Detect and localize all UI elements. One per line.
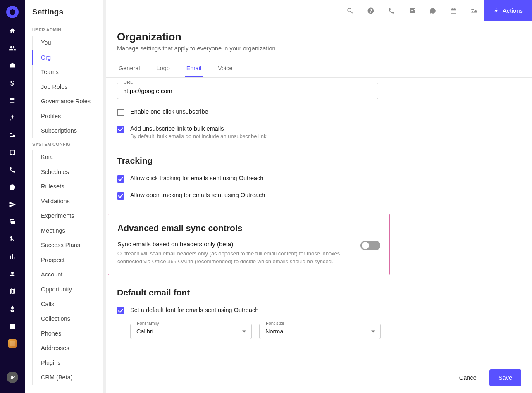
tracking-title: Tracking — [117, 156, 406, 166]
search-icon[interactable] — [340, 0, 360, 21]
phone-icon[interactable] — [381, 0, 402, 21]
page-tabs: GeneralLogoEmailVoice — [117, 60, 521, 77]
sidebar-item-schedules[interactable]: Schedules — [33, 165, 103, 180]
save-button[interactable]: Save — [489, 369, 521, 386]
cut-icon[interactable] — [0, 231, 25, 248]
sidebar-item-experiments[interactable]: Experiments — [33, 209, 103, 224]
inbox-icon[interactable] — [0, 144, 25, 161]
help-icon[interactable] — [360, 0, 381, 21]
sidebar-item-meetings[interactable]: Meetings — [33, 224, 103, 238]
icon-rail: JP — [0, 0, 25, 393]
map-icon[interactable] — [0, 283, 25, 300]
spark-icon[interactable] — [0, 109, 25, 126]
one-click-unsub-checkbox[interactable] — [117, 109, 124, 116]
calendar-icon[interactable] — [443, 0, 464, 21]
sync-headers-label: Sync emails based on headers only (beta) — [117, 241, 341, 248]
font-size-label: Font size — [264, 321, 286, 326]
app-icon[interactable] — [0, 335, 25, 352]
chat-icon[interactable] — [422, 0, 443, 21]
sync-headers-toggle[interactable] — [360, 241, 380, 250]
font-family-label: Font family — [135, 321, 161, 326]
sidebar-item-governance-roles[interactable]: Governance Roles — [33, 94, 103, 109]
cancel-button[interactable]: Cancel — [456, 370, 481, 385]
sidebar-section-label: SYSTEM CONFIG — [25, 138, 103, 150]
tasks-icon[interactable] — [464, 0, 484, 21]
click-tracking-checkbox[interactable] — [117, 175, 124, 183]
chevron-down-icon — [242, 330, 246, 332]
sidebar-item-you[interactable]: You — [33, 36, 103, 50]
calendar-icon[interactable] — [0, 92, 25, 109]
sidebar-item-crm-beta-[interactable]: CRM (Beta) — [33, 370, 103, 385]
actions-button[interactable]: Actions — [484, 0, 532, 21]
sidebar-item-org[interactable]: Org — [32, 50, 103, 65]
sidebar-item-calls[interactable]: Calls — [33, 297, 103, 312]
font-size-value: Normal — [265, 328, 285, 335]
sidebar-item-profiles[interactable]: Profiles — [33, 109, 103, 124]
sidebar-item-opportunity[interactable]: Opportunity — [33, 282, 103, 297]
default-font-checkbox[interactable] — [117, 307, 124, 314]
tab-email[interactable]: Email — [185, 60, 203, 77]
sidebar-item-job-roles[interactable]: Job Roles — [33, 80, 103, 95]
phone-icon[interactable] — [0, 161, 25, 179]
page-subtitle: Manage settings that apply to everyone i… — [117, 45, 521, 52]
flame-icon[interactable] — [0, 300, 25, 317]
open-tracking-label: Allow open tracking for emails sent usin… — [130, 192, 265, 198]
footer-bar: Cancel Save — [106, 362, 532, 393]
sidebar-item-kaia[interactable]: Kaia — [33, 150, 103, 165]
sidebar-item-success-plans[interactable]: Success Plans — [33, 238, 103, 253]
sidebar-item-addresses[interactable]: Addresses — [33, 341, 103, 356]
chevron-down-icon — [371, 330, 375, 332]
main-panel: Actions Organization Manage settings tha… — [106, 0, 532, 393]
page-title: Organization — [117, 31, 521, 43]
lightning-icon — [494, 8, 499, 14]
tab-voice[interactable]: Voice — [216, 60, 234, 77]
dollar-icon[interactable] — [0, 74, 25, 92]
click-tracking-label: Allow click tracking for emails sent usi… — [130, 175, 263, 181]
minimize-icon[interactable] — [0, 317, 25, 335]
chart-icon[interactable] — [0, 248, 25, 265]
sidebar-item-prospect[interactable]: Prospect — [33, 253, 103, 268]
advanced-sync-box: Advanced email sync controls Sync emails… — [108, 214, 390, 275]
sidebar-item-collections[interactable]: Collections — [33, 312, 103, 326]
bulk-unsub-desc: By default, bulk emails do not include a… — [130, 133, 268, 139]
people-icon[interactable] — [0, 40, 25, 57]
settings-sidebar: Settings USER ADMINYouOrgTeamsJob RolesG… — [25, 0, 106, 393]
tab-logo[interactable]: Logo — [155, 60, 172, 77]
person-icon[interactable] — [0, 265, 25, 283]
send-icon[interactable] — [0, 196, 25, 213]
default-font-label: Set a default font for emails sent using… — [130, 307, 258, 313]
home-icon[interactable] — [0, 22, 25, 40]
chat-icon[interactable] — [0, 179, 25, 196]
sidebar-item-rulesets[interactable]: Rulesets — [33, 179, 103, 194]
user-avatar[interactable]: JP — [7, 372, 18, 383]
sidebar-item-account[interactable]: Account — [33, 267, 103, 282]
content-area: URL Enable one-click unsubscribe Add uns… — [106, 78, 532, 362]
tab-general[interactable]: General — [117, 60, 142, 77]
sidebar-item-teams[interactable]: Teams — [33, 65, 103, 80]
logo-icon[interactable] — [6, 6, 19, 18]
font-size-select[interactable]: Normal — [259, 324, 381, 339]
email-icon[interactable] — [402, 0, 422, 21]
font-family-select[interactable]: Calibri — [130, 324, 252, 339]
sidebar-section-label: USER ADMIN — [25, 24, 103, 36]
copy-icon[interactable] — [0, 213, 25, 231]
sidebar-item-phones[interactable]: Phones — [33, 326, 103, 341]
default-font-title: Default email font — [117, 288, 406, 298]
svg-rect-1 — [11, 326, 14, 326]
sidebar-item-subscriptions[interactable]: Subscriptions — [33, 124, 103, 138]
url-field-wrap: URL — [117, 83, 406, 99]
page-header: Organization Manage settings that apply … — [106, 21, 532, 78]
bulk-unsub-checkbox[interactable] — [117, 126, 124, 133]
sidebar-title: Settings — [25, 7, 103, 24]
top-toolbar: Actions — [106, 0, 532, 21]
sync-headers-desc: Outreach will scan email headers only (a… — [117, 250, 341, 266]
url-input[interactable] — [117, 83, 378, 99]
sidebar-item-plugins[interactable]: Plugins — [33, 356, 103, 371]
open-tracking-checkbox[interactable] — [117, 192, 124, 200]
bulk-unsub-label: Add unsubscribe link to bulk emails — [130, 125, 268, 132]
font-family-value: Calibri — [136, 328, 153, 335]
sidebar-item-validations[interactable]: Validations — [33, 194, 103, 209]
tasks-icon[interactable] — [0, 126, 25, 144]
one-click-unsub-label: Enable one-click unsubscribe — [130, 108, 208, 115]
briefcase-icon[interactable] — [0, 57, 25, 74]
